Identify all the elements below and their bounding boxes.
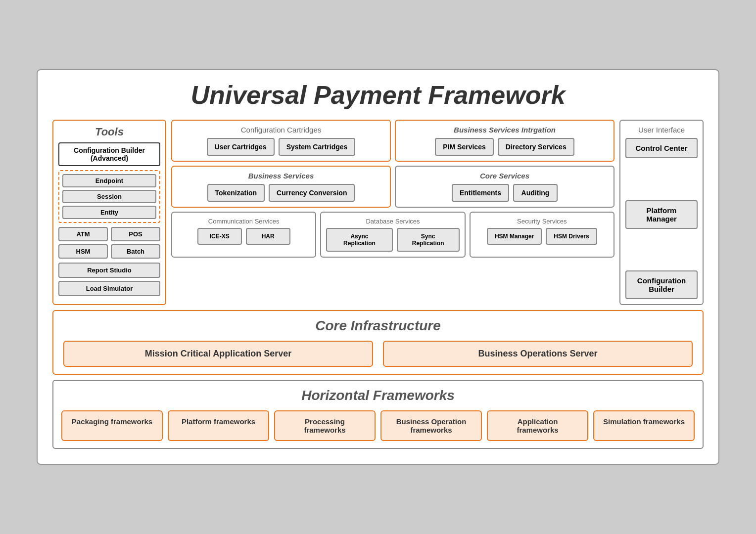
- core-services-label: Core Services: [401, 172, 609, 180]
- business-services-label: Business Services: [177, 172, 385, 180]
- config-builder-box: Configuration Builder (Advanced): [58, 142, 160, 166]
- tokenization: Tokenization: [207, 184, 265, 202]
- bsi-label: Business Services Intrgation: [401, 126, 609, 134]
- platform-manager: Platform Manager: [625, 200, 698, 229]
- comm-services-label: Communication Services: [177, 218, 310, 225]
- config-cartridges-panel: Configuration Cartridges User Cartridges…: [171, 120, 391, 162]
- business-ops-server: Business Operations Server: [383, 341, 693, 367]
- horiz-frameworks: Horizontal Frameworks Packaging framewor…: [52, 380, 704, 449]
- tool-report: Report Stiudio: [58, 263, 160, 278]
- main-title: Universal Payment Framework: [52, 80, 704, 110]
- business-services-items: Tokenization Currency Conversion: [177, 184, 385, 202]
- row3: Communication Services ICE-XS HAR Databa…: [171, 212, 614, 258]
- dashed-item-session: Session: [62, 190, 156, 203]
- application-fw: Application frameworks: [487, 410, 588, 441]
- infra-row: Mission Critical Application Server Busi…: [63, 341, 693, 367]
- packaging-fw: Packaging frameworks: [61, 410, 163, 441]
- currency-conversion: Currency Conversion: [269, 184, 355, 202]
- db-services-items: Async Replication Sync Replication: [326, 228, 459, 252]
- framework-row: Packaging frameworks Platform frameworks…: [61, 410, 695, 441]
- core-services-items: Entitlements Auditing: [401, 184, 609, 202]
- row1: Configuration Cartridges User Cartridges…: [171, 120, 614, 162]
- ui-spacer2: [625, 233, 698, 267]
- config-cartridges-items: User Cartridges System Cartridges: [177, 138, 385, 156]
- horiz-title: Horizontal Frameworks: [61, 388, 695, 403]
- core-infra: Core Infrastructure Mission Critical App…: [52, 310, 704, 375]
- auditing: Auditing: [513, 184, 558, 202]
- core-services-panel: Core Services Entitlements Auditing: [395, 166, 614, 208]
- tool-batch: Batch: [111, 244, 160, 259]
- user-cartridges: User Cartridges: [207, 138, 275, 156]
- async-replication: Async Replication: [326, 228, 392, 252]
- sec-services-items: HSM Manager HSM Drivers: [475, 228, 609, 245]
- comm-services-panel: Communication Services ICE-XS HAR: [171, 212, 316, 258]
- db-services-panel: Database Services Async Replication Sync…: [320, 212, 465, 258]
- config-cartridges-label: Configuration Cartridges: [177, 126, 385, 134]
- bsi-panel: Business Services Intrgation PIM Service…: [395, 120, 614, 162]
- tool-hsm: HSM: [58, 244, 108, 259]
- hsm-manager: HSM Manager: [487, 228, 542, 245]
- tool-atm: ATM: [58, 227, 108, 241]
- dashed-group: Endpoint Session Entity: [58, 170, 160, 223]
- db-services-label: Database Services: [326, 218, 459, 225]
- middle-area: Configuration Cartridges User Cartridges…: [171, 120, 614, 305]
- hsm-drivers: HSM Drivers: [546, 228, 597, 245]
- config-builder-ui: Configuration Builder: [625, 270, 698, 299]
- core-infra-title: Core Infrastructure: [63, 318, 693, 334]
- control-center: Control Center: [625, 138, 698, 158]
- top-area: Tools Configuration Builder (Advanced) E…: [52, 120, 704, 305]
- directory-services: Directory Services: [498, 138, 574, 156]
- ui-panel: User Interface Control Center Platform M…: [619, 120, 704, 305]
- tools-panel: Tools Configuration Builder (Advanced) E…: [52, 120, 166, 305]
- ui-title: User Interface: [625, 126, 698, 134]
- tools-grid: ATM POS HSM Batch: [58, 227, 160, 259]
- mission-critical-server: Mission Critical Application Server: [63, 341, 373, 367]
- system-cartridges: System Cartridges: [279, 138, 356, 156]
- tools-title: Tools: [58, 126, 160, 138]
- entitlements: Entitlements: [452, 184, 509, 202]
- business-services-panel: Business Services Tokenization Currency …: [171, 166, 391, 208]
- platform-fw: Platform frameworks: [168, 410, 269, 441]
- business-op-fw: Business Operation frameworks: [380, 410, 482, 441]
- dashed-item-entity: Entity: [62, 206, 156, 219]
- comm-services-items: ICE-XS HAR: [177, 228, 310, 245]
- pim-services: PIM Services: [435, 138, 493, 156]
- page: Universal Payment Framework Tools Config…: [37, 69, 719, 465]
- bsi-items: PIM Services Directory Services: [401, 138, 609, 156]
- har: HAR: [246, 228, 290, 245]
- tool-pos: POS: [111, 227, 160, 241]
- dashed-item-endpoint: Endpoint: [62, 174, 156, 187]
- sec-services-panel: Security Services HSM Manager HSM Driver…: [470, 212, 614, 258]
- processing-fw: Processing frameworks: [274, 410, 376, 441]
- sync-replication: Sync Replication: [397, 228, 460, 252]
- ice-xs: ICE-XS: [197, 228, 242, 245]
- simulation-fw: Simulation frameworks: [593, 410, 695, 441]
- row2: Business Services Tokenization Currency …: [171, 166, 614, 208]
- sec-services-label: Security Services: [475, 218, 609, 225]
- ui-spacer: [625, 162, 698, 196]
- tool-load: Load Simulator: [58, 281, 160, 296]
